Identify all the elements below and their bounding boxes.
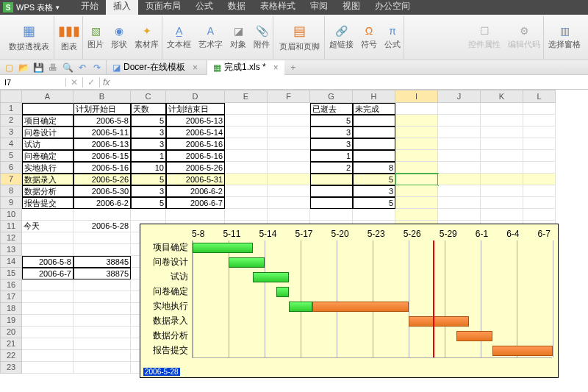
cell[interactable] (395, 162, 438, 174)
cell[interactable] (395, 185, 438, 197)
cell[interactable]: 未完成 (353, 103, 395, 115)
cell[interactable]: 已逝去 (310, 103, 353, 115)
cell[interactable]: 2006-5-31 (166, 174, 225, 185)
cell[interactable] (523, 197, 556, 209)
btn-pivot[interactable]: ▦数据透视表 (4, 16, 54, 59)
tab-insert[interactable]: 插入 (106, 0, 138, 15)
cell[interactable]: 2006-5-13 (74, 138, 131, 150)
cell[interactable] (22, 103, 74, 115)
cell[interactable] (481, 197, 523, 209)
cell[interactable]: 1 (310, 150, 353, 162)
cell[interactable]: 2006-5-16 (74, 162, 131, 174)
btn-shape[interactable]: ◉形状 (108, 16, 130, 59)
cell[interactable] (523, 174, 556, 185)
cell[interactable] (225, 197, 268, 209)
cell[interactable]: 2006-5-8 (74, 115, 131, 126)
cell[interactable] (481, 103, 523, 115)
btn-ctrlprop[interactable]: ☐控件属性 (465, 16, 503, 59)
cell[interactable] (523, 185, 556, 197)
col-header[interactable]: J (438, 90, 481, 103)
cell[interactable] (268, 162, 310, 174)
cell[interactable] (225, 185, 268, 197)
row-header[interactable]: 15 (0, 268, 22, 279)
cell[interactable]: 38845 (74, 256, 131, 268)
cell[interactable] (438, 150, 481, 162)
cell[interactable] (310, 174, 353, 185)
cell[interactable]: 3 (353, 185, 395, 197)
cell[interactable] (438, 115, 481, 126)
cell[interactable] (523, 138, 556, 150)
cell[interactable]: 问卷设计 (22, 126, 74, 138)
row-header[interactable]: 19 (0, 315, 22, 327)
cell[interactable]: 38875 (74, 268, 131, 279)
row-header[interactable]: 6 (0, 162, 22, 174)
cell[interactable] (22, 209, 74, 221)
btn-headerfooter[interactable]: ▤页眉和页脚 (275, 16, 325, 59)
btn-symbol[interactable]: Ω符号 (358, 16, 380, 59)
cell[interactable]: 2006-5-15 (74, 150, 131, 162)
btn-clipart[interactable]: ✦素材库 (132, 16, 162, 59)
cell[interactable] (395, 126, 438, 138)
cell[interactable] (225, 162, 268, 174)
cell[interactable] (310, 209, 353, 221)
cell[interactable] (74, 327, 131, 338)
col-header[interactable]: L (523, 90, 556, 103)
cell[interactable] (481, 162, 523, 174)
cell[interactable] (438, 138, 481, 150)
cell[interactable] (481, 150, 523, 162)
doctab-docer[interactable]: ◪ Docer-在线模板 × (106, 60, 204, 75)
cell[interactable] (22, 350, 74, 362)
cell[interactable] (353, 138, 395, 150)
col-header[interactable]: F (268, 90, 310, 103)
cell[interactable]: 今天 (22, 221, 74, 232)
row-header[interactable]: 10 (0, 209, 22, 221)
cell[interactable] (22, 303, 74, 315)
cell[interactable]: 2 (310, 162, 353, 174)
cell[interactable]: 数据录入 (22, 174, 74, 185)
cell[interactable] (22, 327, 74, 338)
cell[interactable] (395, 174, 438, 185)
row-header[interactable]: 5 (0, 150, 22, 162)
cell[interactable] (353, 126, 395, 138)
btn-textbox[interactable]: A̲文本框 (164, 16, 194, 59)
tab-tablestyle[interactable]: 表格样式 (253, 0, 303, 15)
cell[interactable] (22, 244, 74, 256)
cell[interactable] (481, 115, 523, 126)
cell[interactable]: 计划结束日 (166, 103, 225, 115)
cell[interactable]: 2006-5-28 (74, 221, 131, 232)
cell[interactable] (481, 174, 523, 185)
name-box[interactable]: I7 (0, 78, 66, 87)
tab-office[interactable]: 办公空间 (368, 0, 417, 15)
cell[interactable]: 3 (131, 185, 166, 197)
cell[interactable]: 5 (353, 197, 395, 209)
col-header[interactable]: K (481, 90, 523, 103)
fx-label[interactable]: fx (100, 77, 112, 88)
cell[interactable] (481, 185, 523, 197)
cell[interactable] (310, 185, 353, 197)
row-header[interactable]: 18 (0, 303, 22, 315)
cell[interactable] (225, 115, 268, 126)
cell[interactable] (74, 338, 131, 350)
cell[interactable]: 2006-6-2 (74, 197, 131, 209)
col-header[interactable]: E (225, 90, 268, 103)
tab-data[interactable]: 数据 (220, 0, 253, 15)
cell[interactable] (438, 185, 481, 197)
cell[interactable] (523, 115, 556, 126)
cell[interactable] (481, 126, 523, 138)
cell[interactable]: 5 (353, 174, 395, 185)
cell[interactable]: 2006-5-26 (74, 174, 131, 185)
cell[interactable]: 8 (353, 162, 395, 174)
cell[interactable] (74, 209, 131, 221)
row-header[interactable]: 13 (0, 244, 22, 256)
cell[interactable] (225, 209, 268, 221)
tab-review[interactable]: 审阅 (303, 0, 335, 15)
btn-selectpane[interactable]: ▥选择窗格 (545, 16, 584, 59)
cell[interactable]: 2006-6-7 (22, 268, 74, 279)
cell[interactable] (353, 209, 395, 221)
row-header[interactable]: 23 (0, 362, 22, 374)
cell[interactable] (523, 150, 556, 162)
cell[interactable]: 2006-6-2 (166, 185, 225, 197)
btn-formula2[interactable]: π公式 (381, 16, 404, 59)
btn-object[interactable]: ◪对象 (227, 16, 249, 59)
cell[interactable] (22, 279, 74, 291)
